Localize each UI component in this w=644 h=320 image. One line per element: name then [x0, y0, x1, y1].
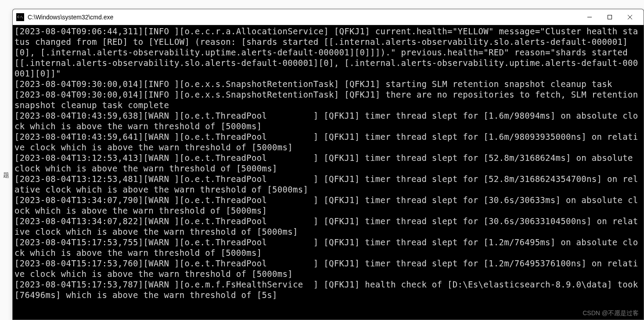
window-controls [579, 10, 640, 24]
maximize-icon [607, 15, 612, 20]
left-margin-label: 题 [3, 171, 9, 179]
window-titlebar[interactable]: C:\Windows\system32\cmd.exe [13, 9, 644, 25]
minimize-icon [587, 15, 592, 20]
left-margin-area: 题 [0, 9, 12, 320]
close-icon [627, 15, 633, 20]
window-title: C:\Windows\system32\cmd.exe [28, 14, 579, 21]
svg-rect-1 [608, 15, 612, 19]
minimize-button[interactable] [579, 10, 600, 24]
watermark-text: CSDN @不愿是过客 [583, 309, 639, 317]
console-output[interactable]: [2023-08-04T09:06:44,311][INFO ][o.e.c.r… [13, 25, 644, 320]
close-button[interactable] [620, 10, 640, 24]
maximize-button[interactable] [600, 10, 620, 24]
editor-toolbar-background [0, 0, 644, 9]
cmd-window: C:\Windows\system32\cmd.exe [2023-08-04T… [12, 9, 644, 320]
cmd-icon [16, 13, 24, 21]
